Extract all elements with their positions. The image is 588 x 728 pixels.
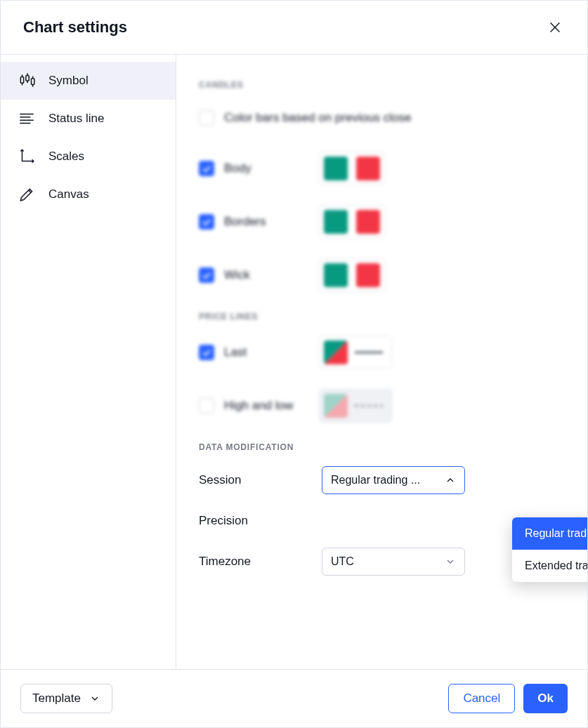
session-select[interactable]: Regular trading ...: [322, 466, 465, 494]
precision-label: Precision: [199, 514, 322, 528]
sidebar-item-label: Status line: [48, 112, 104, 126]
modal-footer: Template Cancel Ok: [1, 669, 587, 727]
check-icon: [202, 350, 211, 356]
svg-rect-0: [20, 77, 23, 84]
sidebar-item-label: Canvas: [48, 187, 89, 201]
session-dropdown: Regular trading hours Extended trading h…: [512, 517, 587, 582]
svg-rect-2: [32, 79, 34, 85]
high-low-row: High and low: [199, 389, 565, 423]
color-bars-checkbox[interactable]: [199, 110, 214, 126]
borders-colors[interactable]: [319, 205, 385, 239]
session-row: Session Regular trading ...: [199, 466, 565, 494]
footer-actions: Cancel Ok: [448, 684, 568, 713]
sidebar-item-symbol[interactable]: Symbol: [1, 62, 176, 100]
wick-up-color[interactable]: [324, 263, 348, 287]
precision-row: Precision: [199, 514, 565, 528]
template-label: Template: [32, 691, 81, 706]
chart-settings-modal: Chart settings Symbol: [0, 0, 588, 728]
cancel-button[interactable]: Cancel: [448, 684, 515, 713]
high-low-color-swatch: [324, 394, 348, 418]
session-option-extended[interactable]: Extended trading hours: [512, 550, 587, 582]
wick-colors[interactable]: [319, 258, 385, 292]
section-header-data-mod: DATA MODIFICATION: [199, 442, 565, 452]
borders-up-color[interactable]: [324, 210, 348, 234]
session-value: Regular trading ...: [331, 474, 420, 487]
high-low-line-sample: [355, 405, 383, 406]
modal-body: Symbol Status line Scales: [1, 55, 587, 669]
wick-row: Wick: [199, 258, 565, 292]
section-header-candles: Candles: [199, 80, 565, 90]
high-low-label: High and low: [224, 399, 319, 413]
last-row: Last: [199, 336, 565, 369]
body-down-color[interactable]: [356, 157, 380, 180]
body-row: Body: [199, 152, 565, 185]
color-bars-row: Color bars based on previous close: [199, 104, 565, 132]
last-preview[interactable]: [319, 336, 392, 369]
borders-label: Borders: [224, 215, 319, 229]
data-modification-section: DATA MODIFICATION Session Regular tradin…: [199, 442, 565, 576]
borders-checkbox[interactable]: [199, 214, 214, 230]
sidebar-item-label: Symbol: [48, 74, 89, 88]
body-colors[interactable]: [319, 152, 385, 185]
ok-button[interactable]: Ok: [523, 684, 568, 713]
check-icon: [202, 219, 211, 225]
high-low-preview[interactable]: [319, 389, 392, 423]
close-button[interactable]: [545, 18, 565, 37]
sidebar-item-canvas[interactable]: Canvas: [1, 176, 176, 213]
chevron-up-icon: [445, 475, 456, 486]
timezone-select[interactable]: UTC: [322, 548, 465, 576]
section-header-price-lines: Price Lines: [199, 312, 565, 322]
color-bars-label: Color bars based on previous close: [224, 111, 411, 125]
timezone-label: Timezone: [199, 555, 322, 569]
chevron-down-icon: [89, 693, 100, 704]
lines-icon: [18, 110, 36, 128]
body-up-color[interactable]: [324, 157, 348, 180]
axis-icon: [18, 147, 36, 166]
sidebar-item-label: Scales: [48, 150, 84, 164]
check-icon: [202, 166, 211, 172]
body-checkbox[interactable]: [199, 161, 214, 176]
last-color-swatch: [324, 340, 348, 364]
wick-checkbox[interactable]: [199, 267, 214, 283]
borders-row: Borders: [199, 205, 565, 239]
candles-icon: [18, 72, 36, 90]
content-panel: Candles Color bars based on previous clo…: [176, 55, 587, 669]
check-icon: [202, 272, 211, 279]
last-label: Last: [224, 345, 319, 359]
borders-down-color[interactable]: [356, 210, 380, 234]
svg-rect-1: [26, 75, 29, 81]
last-line-sample: [355, 352, 383, 353]
high-low-checkbox[interactable]: [199, 398, 214, 413]
body-label: Body: [224, 161, 319, 176]
candles-section: Candles Color bars based on previous clo…: [199, 80, 565, 423]
sidebar: Symbol Status line Scales: [1, 55, 176, 669]
template-button[interactable]: Template: [20, 684, 112, 713]
modal-header: Chart settings: [1, 1, 587, 55]
timezone-value: UTC: [331, 555, 354, 568]
wick-label: Wick: [224, 268, 319, 282]
sidebar-item-status-line[interactable]: Status line: [1, 100, 176, 138]
session-option-regular[interactable]: Regular trading hours: [512, 517, 587, 550]
timezone-row: Timezone UTC: [199, 548, 565, 576]
session-label: Session: [199, 473, 322, 487]
pencil-icon: [18, 185, 36, 204]
sidebar-item-scales[interactable]: Scales: [1, 138, 176, 176]
chevron-down-icon: [445, 556, 456, 567]
modal-title: Chart settings: [23, 18, 127, 37]
wick-down-color[interactable]: [356, 263, 380, 287]
last-checkbox[interactable]: [199, 345, 214, 360]
close-icon: [547, 20, 563, 35]
